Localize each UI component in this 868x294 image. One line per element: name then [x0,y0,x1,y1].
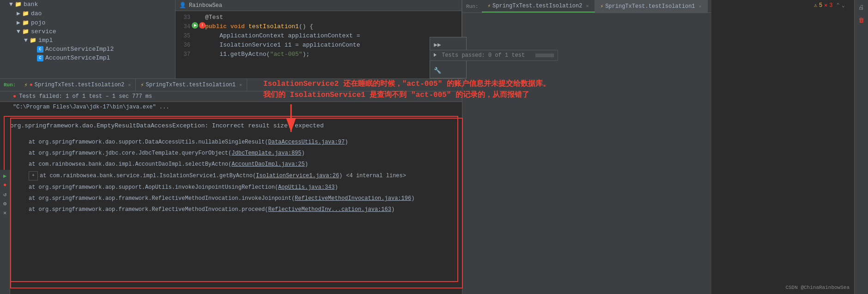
stack-text-4: at com.rainbowsea.bank.service.impl.Isol… [40,172,256,180]
run-panel: Run: ⚡ SpringTxTest.testIsolation2 ✕ ⚡ S… [462,0,711,294]
chevron-right-icon: ▶ [15,10,22,17]
stack-line-7: at org.springframework.aop.framework.Ref… [10,204,452,215]
close-tab-1[interactable]: ✕ [586,3,589,9]
close-tab-2[interactable]: ✕ [699,4,702,9]
tree-label-file1: AccountServiceImpl2 [45,46,114,53]
code-lines: 33 @Test 34 ! public void testIsolation1… [176,11,461,61]
chevron-down-icon: ▼ [7,1,15,8]
expand-arrow-icon [434,53,437,57]
internal-lines-label: <4 internal lines> [346,172,406,180]
rerun-button[interactable]: ▶▶ [432,39,443,50]
stack-link-7[interactable]: ReflectiveMethodInv...cation.java:163 [268,206,391,213]
stack-link-6[interactable]: ReflectiveMethodInvocation.java:196 [295,195,411,202]
stack-end-6: ) [411,195,414,202]
stack-text-3: at com.rainbowsea.bank.dao.impl.AccountD… [29,161,231,168]
run-content [462,13,711,20]
error-x-icon: ✕ [824,2,827,9]
tree-label-impl: impl [38,37,53,44]
stack-link-4[interactable]: IsolationService1.java:26 [256,172,339,180]
stop-button[interactable]: ● [1,181,9,189]
stack-link-3[interactable]: AccountDaoImpl.java:25 [231,161,304,168]
stack-line-2: at org.springframework.jdbc.core.JdbcTem… [10,148,452,159]
close-bottom-tab-1[interactable]: ✕ [128,82,131,88]
run-label-bottom: Run: [0,82,19,88]
run-tabs: Run: ⚡ SpringTxTest.testIsolation2 ✕ ⚡ S… [462,0,711,13]
tree-label-bank: bank [24,1,38,8]
line-number-33: 33 [176,13,194,22]
folder-icon: 📁 [30,37,36,44]
expand-4-icon[interactable]: + [29,171,38,180]
tab-isolation1[interactable]: ⚡ SpringTxTest.testIsolation1 ✕ [595,0,708,12]
tree-label-file2: AccountServiceImpl [45,54,110,61]
tree-label-dao: dao [31,10,42,17]
tab-icon-2: ⚡ [601,3,604,9]
tests-passed-popup: Tests passed: 0 of 1 test [430,50,558,61]
test-result-bar [466,15,708,18]
stack-text-7: at org.springframework.aop.framework.Ref… [29,206,268,213]
tab-icon: ⚡ [24,82,27,89]
progress-bar-mini [532,52,554,59]
run-icon[interactable] [192,22,198,29]
bottom-tab-1-label: SpringTxTest.testIsolation2 [35,82,124,88]
line-number-37: 37 [176,50,194,59]
tests-passed-label: Tests passed: 0 of 1 test [442,52,525,59]
tab-icon-2: ⚡ [140,82,144,89]
close-button[interactable]: ✕ [1,209,9,217]
chevron-down-icon: ▼ [22,37,30,44]
stack-line-5: at org.springframework.aop.support.AopUt… [10,182,452,193]
bottom-tab-1[interactable]: ⚡ ● SpringTxTest.testIsolation2 ✕ [19,79,136,91]
error-circle-icon: ● [13,93,16,100]
code-content-33: @Test [203,13,461,22]
warning-counts: ⚠ 5 ✕ 3 ⌃ ⌄ [814,2,845,9]
line-number-35: 35 [176,31,194,41]
line-number-34: 34 [176,22,194,31]
stack-end-5: ) [335,184,338,191]
stack-link-2[interactable]: JdbcTemplate.java:895 [231,150,301,156]
tree-item-pojo[interactable]: ▶ 📁 pojo [0,18,175,27]
annotation-line2: 我们的 IsolationService1 是查询不到 "act-005" 的记… [263,90,550,101]
folder-icon: 📁 [22,10,29,17]
test-failed-text: Tests failed: 1 of 1 test – 1 sec 777 ms [19,93,152,100]
stack-end-2: ) [302,150,305,156]
print-button[interactable]: 🖨 [856,2,867,13]
stack-text-2: at org.springframework.jdbc.core.JdbcTem… [29,150,231,156]
tab-isolation2[interactable]: ⚡ SpringTxTest.testIsolation2 ✕ [482,0,595,12]
editor-username: RainbowSea [189,2,222,9]
code-content-35: ApplicationContext applicationContext = [203,31,461,41]
settings-button[interactable]: ⚙ [1,199,9,208]
stack-line-4: + at com.rainbowsea.bank.service.impl.Is… [10,170,452,182]
code-line-36: 36 IsolationService1 i1 = applicationCon… [176,41,461,50]
play-button[interactable]: ▶ [1,172,9,180]
gutter-34: ! [194,22,203,29]
delete-button[interactable]: 🗑 [856,15,867,26]
warning-count: 5 [819,2,822,9]
bottom-tab-2-label: SpringTxTest.testIsolation1 [146,82,236,88]
line-number-36: 36 [176,41,194,50]
stack-line-6: at org.springframework.aop.framework.Ref… [10,193,452,204]
cmd-text: "C:\Program Files\Java\jdk-17\bin\java.e… [13,104,169,110]
stack-end-7: ) [391,206,395,213]
folder-icon: 📁 [15,1,22,8]
stack-text-1: at org.springframework.dao.support.DataA… [29,139,268,145]
chevron-down-icon: ▼ [15,28,22,35]
tree-item-file2[interactable]: C AccountServiceImpl [0,54,175,62]
stack-link-5[interactable]: AopUtils.java:343 [278,184,334,191]
watermark: CSDN @ChinaRainbowSea [785,285,850,290]
gear-icon[interactable]: 🔧 [432,65,443,76]
bottom-tab-2[interactable]: ⚡ SpringTxTest.testIsolation1 ✕ [136,79,247,91]
chevron-up-icon[interactable]: ⌄ [842,2,845,9]
tree-item-service[interactable]: ▼ 📁 service [0,27,175,36]
tree-item-file1[interactable]: C AccountServiceImpl2 [0,45,175,54]
rerun-button[interactable]: ↺ [1,190,9,198]
code-line-35: 35 ApplicationContext applicationContext… [176,31,461,41]
tree-item-dao[interactable]: ▶ 📁 dao [0,9,175,18]
expand-warnings-icon[interactable]: ⌃ [837,2,840,9]
stack-text-6: at org.springframework.aop.framework.Ref… [29,195,295,202]
close-bottom-tab-2[interactable]: ✕ [239,82,242,88]
folder-icon: 📁 [22,19,29,26]
stack-end-3: ) [305,161,308,168]
tree-item-bank[interactable]: ▼ 📁 bank [0,0,175,9]
stack-end-4: ) [339,172,342,180]
tree-item-impl[interactable]: ▼ 📁 impl [0,36,175,45]
annotation-arrow [263,104,319,141]
